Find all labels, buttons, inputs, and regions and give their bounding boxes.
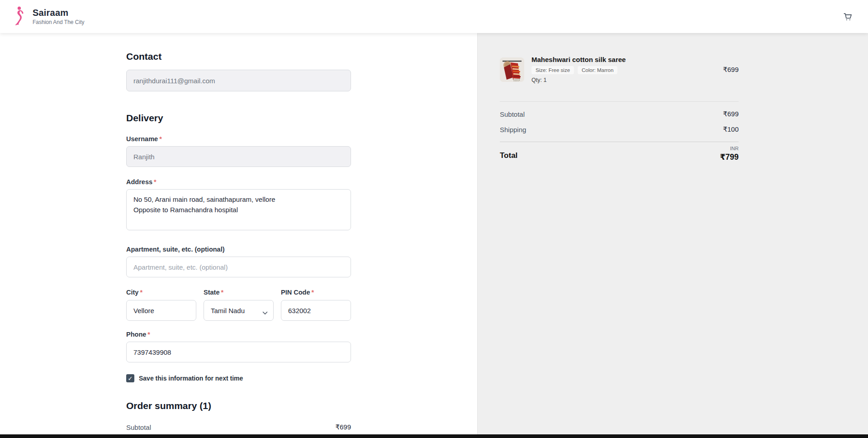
order-summary-heading: Order summary (1) <box>126 400 351 411</box>
cart-shipping-row: Shipping ₹100 <box>500 125 739 133</box>
state-select[interactable]: Tamil Nadu <box>204 300 274 321</box>
subtotal-row: Subtotal ₹699 <box>126 423 351 431</box>
required-asterisk: * <box>311 289 314 296</box>
phone-field[interactable] <box>126 342 351 362</box>
cart-shipping-label: Shipping <box>500 126 526 133</box>
delivery-heading: Delivery <box>126 113 351 124</box>
product-thumbnail <box>500 57 524 82</box>
state-label: State* <box>204 289 223 296</box>
contact-heading: Contact <box>126 51 351 62</box>
cart-total-right: INR ₹799 <box>720 146 739 162</box>
required-asterisk: * <box>221 289 223 296</box>
state-field-group: State* Tamil Nadu <box>204 288 274 321</box>
product-name: Maheshwari cotton silk saree <box>531 56 717 63</box>
username-label: Username* <box>126 135 351 143</box>
city-label: City* <box>126 289 142 296</box>
currency-code: INR <box>720 146 739 151</box>
cart-total-value: ₹799 <box>720 152 739 162</box>
divider <box>500 101 739 102</box>
cart-subtotal-label: Subtotal <box>500 110 525 118</box>
pin-field-group: PIN Code* <box>281 288 351 321</box>
brand-logo-icon <box>14 6 26 27</box>
main-content: Contact Delivery Username* Address* No 5… <box>0 33 868 434</box>
cart-summary-pane: Maheshwari cotton silk saree Size: Free … <box>477 33 868 434</box>
color-badge: Color: Marron <box>578 66 617 74</box>
save-info-checkbox-label: Save this information for next time <box>139 375 243 382</box>
brand-text: Sairaam Fashion And The City <box>33 8 85 25</box>
pin-code-field[interactable] <box>281 300 351 321</box>
product-qty: Qty: 1 <box>531 77 717 83</box>
required-asterisk: * <box>140 289 142 296</box>
brand-title: Sairaam <box>33 8 85 18</box>
cart-button[interactable] <box>841 10 854 24</box>
checkout-page: Sairaam Fashion And The City Contact Del… <box>0 0 868 438</box>
phone-label: Phone* <box>126 331 351 338</box>
subtotal-label: Subtotal <box>126 424 151 431</box>
brand: Sairaam Fashion And The City <box>14 6 85 27</box>
product-badges: Size: Free size Color: Marron <box>531 66 717 74</box>
address-field[interactable]: No 50, Arani main road, sainathapuram, v… <box>126 189 351 230</box>
divider <box>500 142 739 142</box>
cart-subtotal-value: ₹699 <box>723 110 739 118</box>
username-field <box>126 146 351 167</box>
city-state-pin-row: City* State* Tamil Nadu <box>126 288 351 321</box>
email-field <box>126 70 351 91</box>
address-label: Address* <box>126 178 351 186</box>
required-asterisk: * <box>159 135 162 143</box>
cart-product-row: Maheshwari cotton silk saree Size: Free … <box>500 56 739 83</box>
cart-icon <box>843 12 853 22</box>
pin-code-label: PIN Code* <box>281 289 314 296</box>
save-info-checkbox-row[interactable]: ✓ Save this information for next time <box>126 374 351 382</box>
subtotal-value: ₹699 <box>335 423 351 431</box>
brand-tagline: Fashion And The City <box>33 19 85 25</box>
cart-shipping-value: ₹100 <box>723 125 739 133</box>
required-asterisk: * <box>154 178 157 186</box>
size-badge: Size: Free size <box>531 66 574 74</box>
product-info: Maheshwari cotton silk saree Size: Free … <box>531 56 717 83</box>
cart-total-row: Total INR ₹799 <box>500 146 739 162</box>
required-asterisk: * <box>147 331 150 338</box>
city-field[interactable] <box>126 300 196 321</box>
product-price: ₹699 <box>723 66 739 74</box>
apartment-field[interactable] <box>126 257 351 277</box>
bottom-bar <box>0 434 868 438</box>
cart-subtotal-row: Subtotal ₹699 <box>500 110 739 118</box>
city-field-group: City* <box>126 288 196 321</box>
save-info-checkbox[interactable]: ✓ <box>126 374 134 382</box>
apartment-label: Apartment, suite, etc. (optional) <box>126 246 351 253</box>
checkout-form-pane: Contact Delivery Username* Address* No 5… <box>0 33 477 434</box>
header: Sairaam Fashion And The City <box>0 0 868 33</box>
cart-total-label: Total <box>500 151 517 162</box>
